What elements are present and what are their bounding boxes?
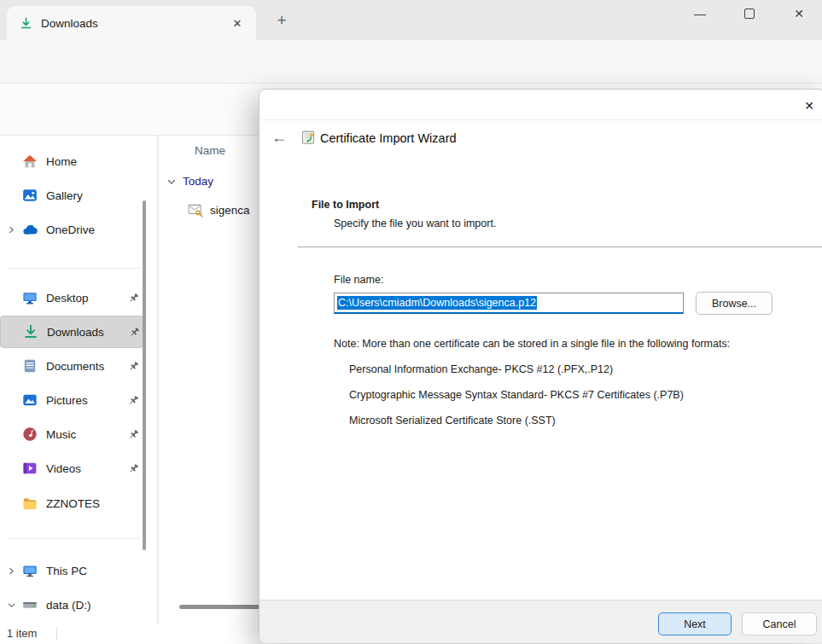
- sidebar-item-music[interactable]: Music: [0, 418, 143, 450]
- documents-icon: [22, 358, 38, 374]
- music-icon: [22, 426, 38, 442]
- sidebar-item-downloads[interactable]: Downloads: [0, 316, 143, 348]
- sidebar-item-this-pc[interactable]: This PC: [0, 554, 143, 587]
- dialog-footer: [259, 600, 822, 643]
- file-name: sigenca: [210, 204, 250, 217]
- download-icon: [23, 324, 38, 339]
- sidebar-item-onedrive[interactable]: OneDrive: [0, 213, 143, 246]
- sidebar-item-label: Pictures: [46, 394, 88, 407]
- gallery-icon: [22, 188, 38, 203]
- sidebar-item-gallery[interactable]: Gallery: [0, 179, 143, 212]
- sidebar-scrollbar[interactable]: [143, 200, 146, 550]
- sidebar-item-label: Documents: [46, 360, 104, 373]
- next-button-label: Next: [684, 618, 706, 630]
- format-item: Cryptographic Message Syntax Standard- P…: [349, 389, 684, 401]
- sidebar-item-desktop[interactable]: Desktop: [0, 281, 143, 314]
- certificate-wizard-icon: [300, 131, 316, 146]
- sidebar-item-videos[interactable]: Videos: [0, 452, 143, 484]
- pin-icon: [128, 293, 139, 304]
- sidebar-item-label: data (D:): [46, 599, 91, 612]
- browse-button[interactable]: Browse...: [696, 292, 772, 315]
- maximize-button[interactable]: [730, 0, 769, 27]
- dialog-header: ← Certificate Import Wizard: [259, 120, 822, 154]
- tab-downloads[interactable]: Downloads ✕: [7, 6, 256, 40]
- sidebar-item-label: This PC: [46, 565, 87, 577]
- navigation-bar: Downloads Search Downloads: [0, 40, 822, 83]
- pin-icon: [128, 361, 139, 372]
- desktop-icon: [22, 290, 38, 305]
- cancel-button[interactable]: Cancel: [742, 612, 817, 635]
- chevron-down-icon[interactable]: [167, 177, 176, 186]
- chevron-right-icon[interactable]: [5, 567, 17, 575]
- chevron-right-icon[interactable]: [5, 226, 17, 234]
- pictures-icon: [22, 392, 38, 408]
- home-icon: [22, 154, 38, 169]
- onedrive-icon: [22, 222, 38, 237]
- this-pc-icon: [22, 563, 38, 578]
- column-header-name[interactable]: Name: [195, 144, 225, 157]
- note-text: Note: More than one certificate can be s…: [334, 338, 730, 350]
- certificate-file-icon: [188, 202, 203, 218]
- sidebar-item-documents[interactable]: Documents: [0, 350, 143, 382]
- sidebar-item-label: Videos: [46, 462, 81, 475]
- sidebar-item-pictures[interactable]: Pictures: [0, 384, 143, 416]
- dialog-close-icon[interactable]: ✕: [798, 96, 820, 116]
- browse-button-label: Browse...: [712, 298, 756, 310]
- format-item: Personal Information Exchange- PKCS #12 …: [349, 363, 613, 375]
- new-tab-button[interactable]: +: [271, 10, 292, 31]
- chevron-down-icon[interactable]: [5, 601, 17, 609]
- sidebar-item-label: Music: [46, 428, 76, 441]
- maximize-icon: [744, 9, 755, 19]
- item-count: 1 item: [7, 627, 37, 640]
- section-separator: [298, 247, 822, 247]
- section-heading: File to Import: [312, 199, 379, 211]
- sidebar-separator: [7, 538, 140, 539]
- file-path-selected-text: C:\Users\cmiadm\Downloads\sigenca.p12: [337, 296, 537, 310]
- sidebar-item-label: OneDrive: [46, 223, 95, 236]
- window-close-button[interactable]: ✕: [779, 0, 819, 27]
- certificate-import-wizard-dialog: ✕ ← Certificate Import Wizard File to Im…: [259, 89, 822, 642]
- section-subheading: Specify the file you want to import.: [334, 218, 496, 229]
- videos-icon: [22, 461, 38, 476]
- pin-icon: [128, 395, 139, 406]
- dialog-title-bar: ✕: [259, 90, 822, 120]
- pin-icon: [128, 429, 139, 440]
- sidebar-item-zznotes[interactable]: ZZNOTES: [0, 487, 143, 519]
- group-row-today[interactable]: Today: [167, 175, 213, 188]
- sidebar-item-label: Desktop: [46, 292, 89, 305]
- format-item: Microsoft Serialized Certificate Store (…: [349, 415, 556, 426]
- tab-title: Downloads: [41, 17, 98, 30]
- sidebar-item-label: Home: [46, 155, 77, 168]
- sidebar-item-home[interactable]: Home: [0, 145, 143, 177]
- tab-bar: Downloads ✕ + — ✕: [0, 0, 822, 40]
- status-separator: [56, 627, 57, 640]
- download-icon: [20, 17, 32, 30]
- sidebar-item-label: ZZNOTES: [46, 497, 100, 510]
- sidebar-separator: [7, 268, 140, 269]
- sidebar-item-label: Downloads: [47, 326, 104, 339]
- group-label: Today: [183, 175, 213, 188]
- file-row-sigenca[interactable]: sigenca: [188, 202, 250, 218]
- sidebar-item-data-d[interactable]: data (D:): [0, 589, 143, 621]
- sidebar-item-label: Gallery: [46, 189, 83, 202]
- file-name-label: File name:: [334, 274, 383, 286]
- horizontal-scrollbar[interactable]: [179, 605, 261, 609]
- file-name-input[interactable]: C:\Users\cmiadm\Downloads\sigenca.p12: [334, 293, 684, 314]
- minimize-button[interactable]: —: [680, 0, 720, 27]
- pin-icon: [129, 327, 140, 338]
- pin-icon: [128, 463, 139, 474]
- folder-icon: [22, 496, 38, 511]
- sidebar: Home Gallery OneDrive Desktop Downloads: [0, 136, 157, 624]
- tab-close-icon[interactable]: ✕: [227, 14, 248, 32]
- next-button[interactable]: Next: [658, 612, 732, 635]
- dialog-back-button[interactable]: ←: [268, 127, 290, 148]
- cancel-button-label: Cancel: [763, 618, 796, 630]
- drive-icon: [22, 597, 38, 612]
- dialog-title: Certificate Import Wizard: [320, 131, 457, 145]
